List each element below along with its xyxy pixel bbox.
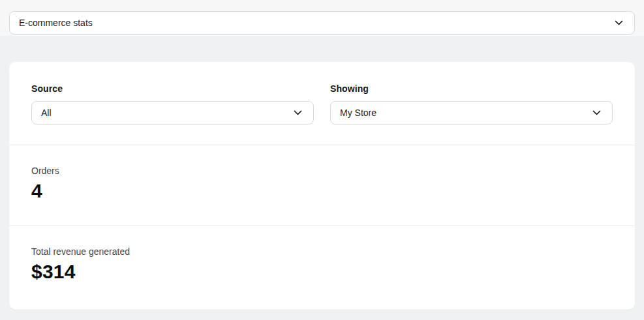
revenue-value: $314 (31, 260, 613, 284)
orders-metric: Orders 4 (9, 145, 635, 225)
source-label: Source (31, 83, 314, 94)
stats-type-select-value: E-commerce stats (19, 18, 93, 28)
stats-card: Source All Showing My Store (9, 62, 635, 310)
stats-type-select[interactable]: E-commerce stats (9, 11, 635, 35)
filter-source: Source All (31, 83, 314, 124)
source-select-value: All (41, 108, 52, 118)
filter-showing: Showing My Store (330, 83, 613, 124)
orders-value: 4 (31, 179, 613, 203)
revenue-label: Total revenue generated (31, 246, 613, 257)
chevron-down-icon (592, 110, 601, 115)
chevron-down-icon (294, 110, 302, 115)
filters-row: Source All Showing My Store (9, 62, 635, 145)
showing-label: Showing (330, 83, 613, 94)
revenue-metric: Total revenue generated $314 (9, 225, 635, 306)
showing-select-value: My Store (340, 108, 376, 118)
chevron-down-icon (615, 20, 623, 25)
showing-select[interactable]: My Store (330, 101, 613, 124)
source-select[interactable]: All (31, 101, 314, 124)
orders-label: Orders (31, 166, 613, 176)
